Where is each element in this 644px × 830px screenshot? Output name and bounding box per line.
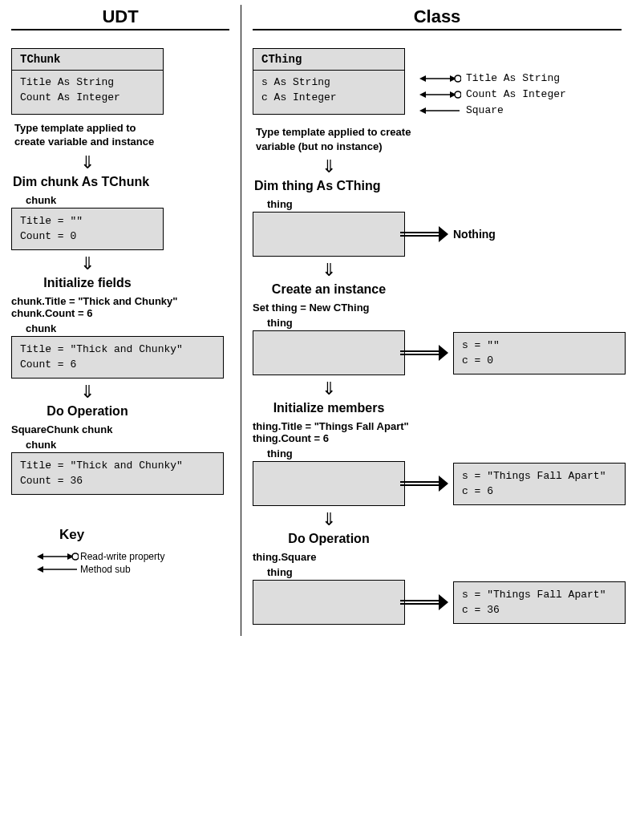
svg-point-3	[72, 553, 79, 560]
down-arrow-icon: ⇓	[253, 375, 405, 401]
udt-step2-title: Initialize fields	[11, 276, 164, 290]
udt-step3-code: SquareChunk chunk	[11, 423, 229, 435]
udt-column: UDT TChunk Title As String Count As Inte…	[0, 0, 241, 641]
pointer-arrow-icon	[400, 594, 448, 610]
method-sub-icon	[35, 564, 80, 575]
class-refbox-3	[253, 461, 405, 506]
udt-title: UDT	[11, 6, 229, 30]
class-instance-2: s = "" c = 0	[453, 332, 626, 375]
class-title: Class	[253, 6, 622, 30]
nothing-label: Nothing	[453, 228, 496, 241]
class-type-name: CThing	[253, 49, 404, 71]
class-ref-nothing: Nothing	[253, 212, 633, 257]
anno-count-text: Count As Integer	[466, 87, 566, 103]
diagram-root: UDT TChunk Title As String Count As Inte…	[0, 0, 644, 641]
udt-type-members: Title As String Count As Integer	[12, 71, 163, 114]
class-refbox-4	[253, 580, 405, 625]
class-type-members: s As String c As Integer	[253, 71, 404, 114]
legend: Key Read-write property	[11, 527, 229, 575]
udt-init-box: Title = "" Count = 0	[11, 208, 164, 250]
down-arrow-icon: ⇓	[253, 153, 405, 179]
class-var-label-3: thing	[267, 447, 633, 460]
class-instance-3: s = "Things Fall Apart" c = 6	[453, 463, 626, 505]
class-refbox-2	[253, 330, 405, 375]
class-instance-4: s = "Things Fall Apart" c = 36	[453, 581, 626, 624]
legend-title: Key	[35, 527, 229, 543]
anno-title-prop: Title As String	[416, 71, 566, 87]
svg-marker-5	[37, 566, 43, 573]
down-arrow-icon: ⇓	[253, 506, 405, 532]
method-sub-icon	[416, 105, 461, 116]
class-type-wrap: CThing s As String c As Integer Title As…	[253, 48, 633, 119]
svg-marker-7	[419, 75, 426, 82]
class-interface-annotations: Title As String Count As Integer	[416, 48, 566, 119]
class-refbox-1	[253, 212, 405, 257]
read-write-property-icon	[416, 73, 461, 84]
class-var-label-1: thing	[267, 198, 633, 210]
class-step2-code: Set thing = New CThing	[253, 302, 633, 314]
legend-row-method: Method sub	[35, 564, 229, 575]
anno-square-method: Square	[416, 103, 566, 119]
udt-type-name: TChunk	[12, 49, 163, 71]
class-ref-inst4: s = "Things Fall Apart" c = 36	[253, 580, 633, 625]
down-arrow-icon: ⇓	[11, 379, 164, 404]
udt-type-box: TChunk Title As String Count As Integer	[11, 48, 164, 115]
pointer-arrow-icon	[400, 226, 448, 242]
down-arrow-icon: ⇓	[11, 149, 164, 175]
class-ref-inst2: s = "" c = 0	[253, 330, 633, 375]
read-write-property-icon	[416, 89, 461, 100]
pointer-arrow-icon	[400, 476, 448, 492]
svg-point-9	[455, 75, 461, 82]
down-arrow-icon: ⇓	[11, 250, 164, 276]
udt-step3-title: Do Operation	[11, 404, 164, 419]
svg-marker-15	[419, 107, 426, 114]
udt-step2-box: Title = "Thick and Chunky" Count = 6	[11, 336, 224, 379]
class-type-box: CThing s As String c As Integer	[253, 48, 405, 115]
class-var-label-4: thing	[267, 566, 633, 578]
class-step2-title: Create an instance	[253, 282, 405, 297]
anno-count-prop: Count As Integer	[416, 87, 566, 103]
class-step3-title: Initialize members	[253, 401, 405, 415]
pointer-arrow-icon	[400, 345, 448, 361]
class-dim-stmt: Dim thing As CThing	[253, 179, 633, 193]
down-arrow-icon: ⇓	[253, 257, 405, 282]
legend-row-rw: Read-write property	[35, 551, 229, 562]
udt-var-label-2: chunk	[26, 322, 229, 334]
class-template-caption: Type template applied to create variable…	[253, 125, 413, 153]
udt-dim-stmt: Dim chunk As TChunk	[11, 175, 229, 189]
legend-method-label: Method sub	[80, 564, 131, 575]
class-step3-code: thing.Title = "Things Fall Apart" thing.…	[253, 420, 633, 444]
udt-step2-code: chunk.Title = "Thick and Chunky" chunk.C…	[11, 295, 229, 319]
udt-var-label-3: chunk	[26, 439, 229, 451]
class-step4-code: thing.Square	[253, 551, 633, 563]
udt-var-label-1: chunk	[26, 194, 229, 206]
class-column: Class CThing s As String c As Integer	[241, 0, 644, 641]
anno-square-text: Square	[466, 103, 504, 119]
class-ref-inst3: s = "Things Fall Apart" c = 6	[253, 461, 633, 506]
legend-rw-label: Read-write property	[80, 551, 164, 562]
class-step4-title: Do Operation	[253, 532, 405, 546]
udt-template-caption: Type template applied to create variable…	[11, 121, 164, 149]
udt-step3-box: Title = "Thick and Chunky" Count = 36	[11, 452, 224, 495]
class-var-label-2: thing	[267, 317, 633, 329]
svg-marker-11	[419, 91, 426, 98]
read-write-property-icon	[35, 551, 80, 562]
svg-marker-1	[37, 553, 43, 560]
anno-title-text: Title As String	[466, 71, 560, 87]
svg-point-13	[455, 91, 461, 98]
